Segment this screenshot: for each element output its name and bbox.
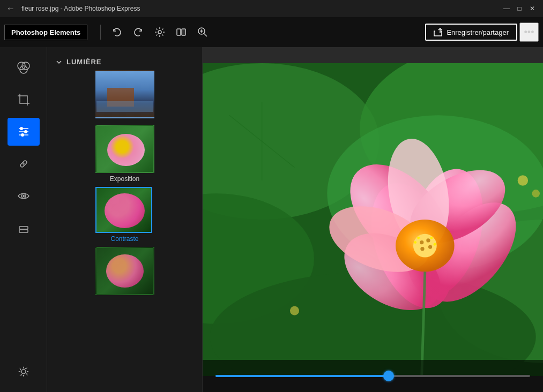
undo-button[interactable] bbox=[107, 22, 127, 42]
title-bar: ← fleur rose.jpg - Adobe Photoshop Expre… bbox=[0, 0, 543, 17]
icon-sidebar bbox=[0, 47, 47, 392]
svg-rect-30 bbox=[19, 227, 28, 229]
svg-point-62 bbox=[290, 306, 299, 315]
thumbnail-item-contraste[interactable]: Contraste bbox=[95, 187, 154, 243]
svg-point-51 bbox=[420, 240, 423, 244]
close-button[interactable]: ✕ bbox=[528, 4, 537, 13]
zoom-icon bbox=[197, 26, 209, 38]
svg-point-56 bbox=[430, 237, 433, 239]
save-label: Enregistrer/partager bbox=[447, 28, 509, 36]
svg-point-50 bbox=[413, 234, 437, 258]
svg-point-53 bbox=[428, 245, 432, 248]
back-button[interactable]: ← bbox=[6, 4, 15, 13]
svg-rect-29 bbox=[19, 230, 28, 232]
thumbnail-label-contraste: Contraste bbox=[95, 235, 154, 243]
svg-rect-10 bbox=[182, 29, 185, 35]
sidebar-item-layers[interactable] bbox=[8, 214, 40, 242]
svg-point-8 bbox=[158, 31, 161, 34]
window-title: fleur rose.jpg - Adobe Photoshop Express bbox=[21, 5, 140, 12]
thumbnail-item-4[interactable] bbox=[95, 247, 154, 297]
sliders-icon bbox=[17, 125, 31, 139]
window-controls: — □ ✕ bbox=[502, 4, 537, 13]
chevron-down-icon bbox=[56, 59, 62, 65]
sidebar-item-color[interactable] bbox=[8, 54, 40, 81]
crop-icon bbox=[17, 93, 31, 107]
toolbar-divider bbox=[100, 25, 101, 40]
slider-track[interactable] bbox=[215, 375, 530, 377]
image-svg bbox=[203, 63, 543, 376]
toolbar: Photoshop Elements bbox=[0, 17, 543, 47]
minimize-button[interactable]: — bbox=[502, 4, 511, 13]
section-title: LUMIÈRE bbox=[66, 58, 102, 66]
redo-icon bbox=[133, 27, 144, 37]
more-button[interactable]: ••• bbox=[519, 22, 539, 42]
image-area bbox=[203, 47, 543, 392]
slider-bar bbox=[203, 360, 543, 392]
gear-icon bbox=[17, 365, 31, 379]
zoom-button[interactable] bbox=[193, 22, 212, 42]
svg-point-58 bbox=[414, 241, 416, 244]
undo-icon bbox=[111, 27, 122, 37]
sidebar-item-settings[interactable] bbox=[8, 358, 40, 386]
share-icon bbox=[434, 28, 442, 36]
svg-line-4 bbox=[157, 29, 158, 30]
thumbnail-label-exposition: Exposition bbox=[95, 175, 154, 183]
redo-button[interactable] bbox=[129, 22, 148, 42]
panel: LUMIÈRE Exposition bbox=[47, 47, 203, 392]
thumbnail-item-1[interactable] bbox=[95, 70, 154, 120]
svg-point-52 bbox=[426, 238, 430, 242]
svg-point-60 bbox=[518, 175, 528, 185]
slider-fill bbox=[215, 375, 389, 377]
svg-rect-9 bbox=[177, 29, 181, 35]
thumbnail-grid: Exposition Contraste bbox=[47, 70, 202, 297]
sidebar-item-adjustments[interactable] bbox=[8, 118, 40, 146]
svg-point-54 bbox=[420, 247, 424, 251]
svg-point-28 bbox=[23, 195, 25, 197]
compare-button[interactable] bbox=[172, 22, 191, 42]
save-share-button[interactable]: Enregistrer/partager bbox=[425, 24, 517, 41]
color-circles-icon bbox=[16, 60, 31, 75]
compare-icon bbox=[175, 26, 187, 38]
sidebar-item-eye[interactable] bbox=[8, 182, 40, 210]
app-label: Photoshop Elements bbox=[4, 25, 87, 40]
bandaid-icon bbox=[17, 157, 31, 171]
eye-icon bbox=[17, 189, 31, 203]
svg-point-21 bbox=[24, 130, 27, 133]
svg-point-57 bbox=[434, 243, 436, 246]
svg-line-5 bbox=[162, 35, 163, 36]
sidebar-item-healing[interactable] bbox=[8, 150, 40, 178]
slider-thumb[interactable] bbox=[383, 371, 394, 381]
title-bar-left: ← fleur rose.jpg - Adobe Photoshop Expre… bbox=[6, 4, 140, 13]
maximize-button[interactable]: □ bbox=[515, 4, 524, 13]
magic-button[interactable] bbox=[150, 22, 169, 42]
magic-icon bbox=[154, 26, 166, 38]
svg-point-55 bbox=[417, 237, 420, 239]
svg-point-23 bbox=[21, 133, 24, 137]
svg-line-6 bbox=[162, 29, 163, 30]
main-image bbox=[203, 63, 543, 376]
sidebar-item-crop[interactable] bbox=[8, 86, 40, 114]
svg-point-61 bbox=[532, 190, 540, 198]
svg-line-7 bbox=[157, 35, 158, 36]
svg-line-12 bbox=[204, 34, 207, 37]
svg-point-31 bbox=[21, 370, 26, 374]
svg-point-19 bbox=[20, 127, 23, 130]
main-content: LUMIÈRE Exposition bbox=[0, 47, 543, 392]
layers-icon bbox=[17, 221, 31, 235]
lumiere-section-header[interactable]: LUMIÈRE bbox=[47, 54, 202, 70]
thumbnail-item-exposition[interactable]: Exposition bbox=[95, 125, 154, 183]
